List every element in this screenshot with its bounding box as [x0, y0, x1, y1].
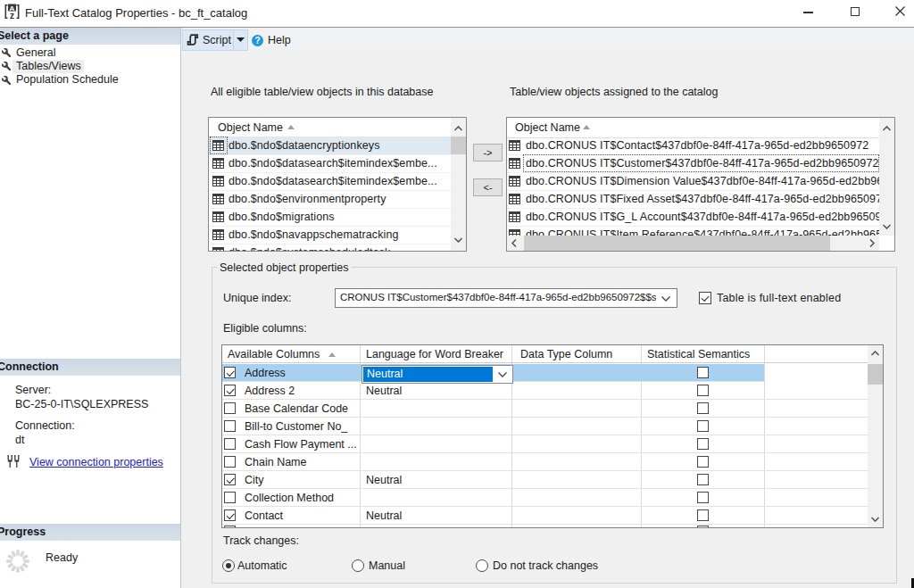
svg-text:z: z: [10, 11, 14, 20]
